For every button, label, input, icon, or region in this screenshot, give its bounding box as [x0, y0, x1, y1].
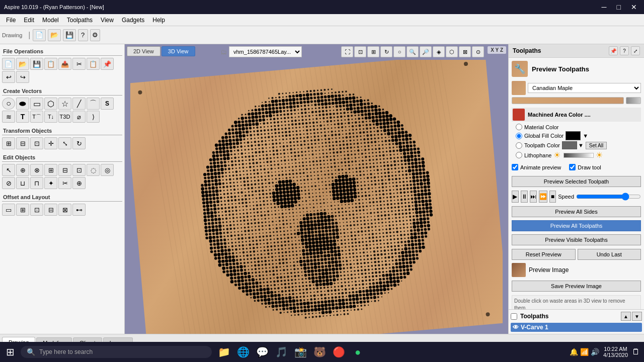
material-button[interactable]: ⬡: [446, 46, 458, 57]
boolean-int-tool[interactable]: ✦: [44, 177, 57, 189]
undo-last-button[interactable]: Undo Last: [578, 249, 641, 260]
nesting-tool[interactable]: ⊡: [30, 204, 43, 216]
material-select[interactable]: Canadian Maple: [528, 83, 641, 93]
zoom-extents-button[interactable]: ⊡: [354, 46, 366, 57]
draw-curve-tool[interactable]: ⌀: [72, 111, 86, 123]
taskbar-app-store[interactable]: 🎵: [273, 344, 289, 360]
select-tool[interactable]: ↖: [2, 164, 15, 176]
undo-tool[interactable]: ↩: [2, 71, 15, 83]
smooth-node-tool[interactable]: ⊗: [30, 164, 43, 176]
redo-tool[interactable]: ↪: [16, 71, 29, 83]
new-tool[interactable]: 📄: [2, 58, 15, 70]
menu-gadgets[interactable]: Gadgets: [118, 16, 148, 25]
taskbar-app-chrome[interactable]: 🌐: [235, 344, 251, 360]
close-button[interactable]: ✕: [628, 2, 640, 12]
offset-curve-tool[interactable]: ◎: [101, 164, 114, 176]
toolpath-move-down-button[interactable]: ▼: [632, 312, 642, 321]
paste-special-tool[interactable]: 📌: [101, 58, 114, 70]
ellipse-tool[interactable]: ⬬: [16, 98, 29, 110]
trim-tool[interactable]: ✂: [58, 177, 71, 189]
layer-selector[interactable]: vhm_1586787465Lay...: [229, 46, 302, 57]
settings-button[interactable]: ⚙: [90, 29, 100, 41]
extend-tool[interactable]: ⊕: [72, 177, 86, 189]
animate-preview-checkbox[interactable]: [512, 164, 518, 170]
help-button[interactable]: ?: [78, 29, 88, 41]
round-corner-tool[interactable]: ◌: [87, 164, 100, 176]
taskbar-app-photos[interactable]: 📸: [292, 344, 308, 360]
node-edit-tool[interactable]: ⊕: [16, 164, 29, 176]
panel-expand-button[interactable]: ⤢: [631, 46, 640, 55]
rotate-view-button[interactable]: ↻: [380, 46, 392, 57]
mirror-tool[interactable]: ⊡: [72, 164, 86, 176]
fast-forward-button[interactable]: ⏩: [539, 191, 547, 203]
reset-view-button[interactable]: ○: [393, 46, 406, 57]
copy-tool[interactable]: 📋: [87, 58, 100, 70]
line-tool[interactable]: ╱: [72, 98, 86, 110]
panel-help-button[interactable]: ?: [620, 46, 629, 55]
reset-preview-button[interactable]: Reset Preview: [512, 249, 576, 260]
search-bar[interactable]: 🔍: [21, 346, 212, 358]
preview-selected-toolpath-button[interactable]: Preview Selected Toolpath: [512, 176, 641, 187]
polygon-tool[interactable]: ⬡: [44, 98, 57, 110]
boolean-diff-tool[interactable]: ⊓: [30, 177, 43, 189]
search-input[interactable]: [39, 348, 206, 355]
panel-pin-button[interactable]: 📌: [609, 46, 618, 55]
export-tool[interactable]: 📤: [58, 58, 71, 70]
zoom-in-button[interactable]: 🔍: [407, 46, 419, 57]
tile-tool[interactable]: ⊠: [58, 204, 71, 216]
toolpath-color-box[interactable]: [562, 141, 577, 149]
radio-material-color-input[interactable]: [516, 124, 522, 130]
skip-to-end-button[interactable]: ⏭: [530, 191, 537, 203]
toolpath-item-vcarve1[interactable]: 👁 V-Carve 1: [511, 323, 642, 332]
rectangle-tool[interactable]: ▭: [30, 98, 43, 110]
radio-global-fill-input[interactable]: [516, 133, 522, 139]
star-tool[interactable]: ☆: [58, 98, 71, 110]
distribute-tool[interactable]: ⊟: [16, 137, 29, 149]
save-as-tool[interactable]: 📋: [44, 58, 57, 70]
maximize-button[interactable]: □: [614, 2, 624, 12]
taskbar-app-red[interactable]: 🔴: [331, 344, 347, 360]
text-3d-tool[interactable]: T3D: [58, 111, 71, 123]
rotate-tool[interactable]: ↻: [72, 137, 86, 149]
toolpaths-toggle-checkbox[interactable]: [511, 313, 517, 320]
menu-toolpaths[interactable]: Toolpaths: [63, 16, 97, 25]
main-canvas[interactable]: [130, 60, 503, 334]
menu-edit[interactable]: Edit: [20, 16, 38, 25]
preview-all-toolpaths-button[interactable]: Preview All Toolpaths: [512, 220, 641, 231]
set-all-button[interactable]: Set All: [586, 142, 607, 149]
text-vertical-tool[interactable]: T↓: [44, 111, 57, 123]
fit-to-window-button[interactable]: ⛶: [341, 46, 353, 57]
taskbar-app-aspire[interactable]: 🐻: [311, 344, 328, 360]
wrap-tool[interactable]: ⊷: [72, 204, 86, 216]
global-fill-color-arrow[interactable]: ▼: [583, 133, 588, 139]
menu-view[interactable]: View: [97, 16, 118, 25]
view-2d-tab[interactable]: 2D View: [127, 46, 160, 56]
render-button[interactable]: ◈: [433, 46, 445, 57]
align-tool[interactable]: ⊞: [2, 137, 15, 149]
save-preview-image-button[interactable]: Save Preview Image: [512, 281, 641, 292]
stop-button[interactable]: ■: [549, 191, 556, 203]
menu-help[interactable]: Help: [148, 16, 169, 25]
view-3d-tab[interactable]: 3D View: [162, 46, 195, 56]
minimize-button[interactable]: ─: [599, 2, 610, 12]
save-tool[interactable]: 💾: [30, 58, 43, 70]
scale-tool[interactable]: ⤡: [58, 137, 71, 149]
smart-smooth-tool[interactable]: ⟩: [87, 111, 100, 123]
text-arc-tool[interactable]: T⌒: [30, 111, 43, 123]
notifications-icon[interactable]: 🗒: [632, 347, 640, 356]
circle-tool[interactable]: ○: [2, 98, 15, 110]
toolpath-move-up-button[interactable]: ▲: [621, 312, 631, 321]
draw-tool-checkbox[interactable]: [569, 164, 576, 170]
move-tool[interactable]: ✛: [44, 137, 57, 149]
wave-tool[interactable]: ≋: [2, 111, 15, 123]
zoom-out-button[interactable]: 🔎: [420, 46, 432, 57]
wireframe-button[interactable]: ⊠: [459, 46, 471, 57]
radio-lithophane-input[interactable]: [516, 152, 522, 158]
menu-file[interactable]: File: [2, 16, 20, 25]
array-tool[interactable]: ⊞: [16, 204, 29, 216]
spiral-tool[interactable]: S: [101, 98, 114, 110]
menu-model[interactable]: Model: [38, 16, 63, 25]
weld-tool[interactable]: ⊞: [44, 164, 57, 176]
group2-tool[interactable]: ⊟: [58, 164, 71, 176]
play-button[interactable]: ▶: [512, 191, 519, 203]
